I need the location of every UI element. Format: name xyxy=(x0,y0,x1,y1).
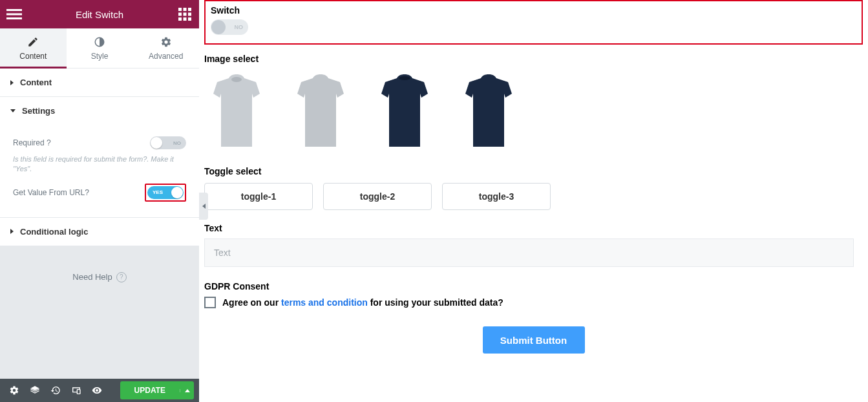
gdpr-checkbox[interactable] xyxy=(204,297,216,308)
settings-body: Required ? NO Is this field is required … xyxy=(0,125,199,217)
toggle-select-label: Toggle select xyxy=(204,166,863,176)
svg-rect-3 xyxy=(178,8,182,11)
svg-rect-7 xyxy=(184,13,187,16)
accordion-conditional[interactable]: Conditional logic xyxy=(0,218,199,246)
toggle-knob xyxy=(151,137,162,149)
tabs: Content Style Advanced xyxy=(0,28,199,69)
switch-control[interactable]: NO xyxy=(211,19,248,35)
switch-section-highlight: Switch NO xyxy=(204,0,863,45)
shirt-option-navy-front[interactable] xyxy=(372,69,437,153)
caret-right-icon xyxy=(10,229,14,234)
url-label: Get Value From URL? xyxy=(13,188,89,197)
url-toggle-text: YES xyxy=(153,189,163,195)
image-select-label: Image select xyxy=(204,54,863,64)
menu-icon[interactable] xyxy=(6,6,22,22)
svg-rect-2 xyxy=(6,17,22,19)
required-toggle[interactable]: NO xyxy=(150,136,186,149)
tab-advanced-label: Advanced xyxy=(149,52,183,61)
switch-knob xyxy=(211,20,226,34)
shirt-option-navy-back[interactable] xyxy=(456,69,521,153)
svg-point-14 xyxy=(399,76,410,80)
toggle-option-2[interactable]: toggle-2 xyxy=(323,183,432,210)
toggle-option-3[interactable]: toggle-3 xyxy=(442,183,551,210)
svg-rect-0 xyxy=(6,9,22,11)
svg-rect-5 xyxy=(188,8,191,11)
update-dropdown[interactable] xyxy=(180,389,194,392)
toggle-knob xyxy=(171,187,183,198)
sidebar-footer: UPDATE xyxy=(0,379,199,402)
required-toggle-text: NO xyxy=(173,140,181,146)
caret-down-icon xyxy=(10,109,16,112)
text-label: Text xyxy=(204,223,863,233)
update-button[interactable]: UPDATE xyxy=(120,381,194,399)
toggle-option-1[interactable]: toggle-1 xyxy=(204,183,313,210)
svg-rect-9 xyxy=(178,17,182,21)
gdpr-section: GDPR Consent Agree on our terms and cond… xyxy=(204,281,863,308)
gdpr-label: GDPR Consent xyxy=(204,281,863,291)
image-select-section: Image select xyxy=(204,54,863,153)
accordion: Content Settings Required ? NO Is this f… xyxy=(0,69,199,246)
update-button-label: UPDATE xyxy=(120,386,180,395)
accordion-content[interactable]: Content xyxy=(0,69,199,96)
gdpr-link[interactable]: terms and condition xyxy=(281,297,368,308)
svg-rect-8 xyxy=(188,13,191,16)
tab-advanced[interactable]: Advanced xyxy=(132,28,199,68)
svg-rect-4 xyxy=(184,8,187,11)
help-icon: ? xyxy=(116,272,127,282)
panel-title: Edit Switch xyxy=(22,9,177,20)
main-area: Switch NO Image select Toggle select tog… xyxy=(199,0,868,402)
submit-button[interactable]: Submit Button xyxy=(483,326,585,354)
settings-icon[interactable] xyxy=(5,381,23,399)
collapse-sidebar-handle[interactable] xyxy=(199,193,208,220)
accordion-content-label: Content xyxy=(20,78,52,87)
need-help-label: Need Help xyxy=(72,272,112,282)
svg-rect-6 xyxy=(178,13,182,16)
accordion-settings-label: Settings xyxy=(22,106,55,116)
preview-icon[interactable] xyxy=(88,381,106,399)
accordion-settings[interactable]: Settings xyxy=(0,97,199,125)
apps-icon[interactable] xyxy=(177,6,193,22)
responsive-icon[interactable] xyxy=(67,381,85,399)
toggle-select-section: Toggle select toggle-1 toggle-2 toggle-3 xyxy=(204,166,863,210)
tab-style-label: Style xyxy=(91,52,109,61)
gdpr-text-before: Agree on our xyxy=(222,297,281,308)
switch-text: NO xyxy=(235,24,244,30)
tab-content-label: Content xyxy=(19,52,47,61)
sidebar-header: Edit Switch xyxy=(0,0,199,28)
svg-rect-11 xyxy=(188,17,191,21)
history-icon[interactable] xyxy=(47,381,65,399)
svg-rect-12 xyxy=(77,390,80,394)
accordion-conditional-label: Conditional logic xyxy=(20,227,88,237)
url-toggle[interactable]: YES xyxy=(147,186,184,199)
gdpr-text: Agree on our terms and condition for usi… xyxy=(222,297,503,308)
url-toggle-highlight: YES xyxy=(145,184,186,202)
required-label: Required ? xyxy=(13,138,51,147)
gdpr-text-after: for using your submitted data? xyxy=(368,297,503,308)
sidebar-panel: Edit Switch Content Style Advanced Conte… xyxy=(0,0,199,402)
text-input[interactable] xyxy=(204,238,854,267)
layers-icon[interactable] xyxy=(26,381,44,399)
svg-rect-1 xyxy=(6,14,22,16)
svg-point-13 xyxy=(231,77,242,82)
tab-style[interactable]: Style xyxy=(67,28,133,68)
need-help[interactable]: Need Help ? xyxy=(0,246,199,308)
shirt-option-grey-back[interactable] xyxy=(288,69,353,153)
required-desc: Is this field is required for submit the… xyxy=(13,154,186,175)
text-section: Text xyxy=(204,223,863,267)
caret-right-icon xyxy=(10,80,14,85)
switch-label: Switch xyxy=(211,5,856,16)
shirt-option-grey-front[interactable] xyxy=(204,69,269,153)
tab-content[interactable]: Content xyxy=(0,28,67,68)
svg-rect-10 xyxy=(184,17,187,21)
